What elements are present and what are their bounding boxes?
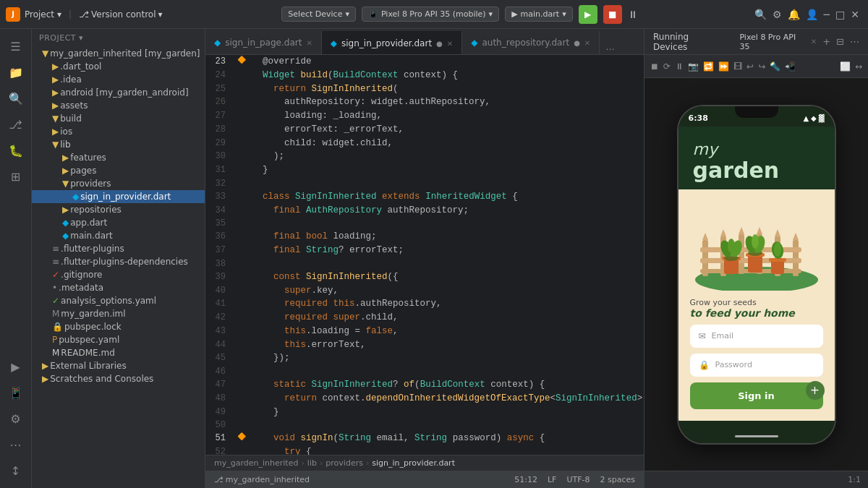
- scratches-icon: ▶: [42, 374, 48, 384]
- search-icon[interactable]: 🔍: [754, 9, 767, 20]
- settings-icon[interactable]: ⚙: [773, 9, 782, 20]
- tab-auth-repository[interactable]: ◆ auth_repository.dart ● ✕: [462, 31, 600, 54]
- breadcrumb-sep-3: ›: [366, 458, 369, 468]
- minimize-icon[interactable]: ─: [824, 9, 830, 20]
- phone-password-input[interactable]: 🔒 Password: [690, 354, 823, 377]
- activity-icon-bottom[interactable]: ↕: [4, 459, 27, 482]
- svg-marker-13: [757, 227, 762, 234]
- tab-sign-in-provider[interactable]: ◆ sign_in_provider.dart ● ✕: [322, 31, 462, 54]
- tab-sign-in-page[interactable]: ◆ sign_in_page.dart ✕: [205, 31, 322, 54]
- encoding-selector[interactable]: UTF-8: [566, 475, 590, 484]
- dtb-rotate-icon[interactable]: 🔁: [703, 61, 714, 72]
- tree-item-root[interactable]: ▼ my_garden_inherited [my_garden]: [32, 47, 205, 60]
- select-device-dropdown[interactable]: Select Device ▾: [281, 7, 356, 22]
- run-button[interactable]: ▶: [579, 5, 597, 24]
- editor-area: ◆ sign_in_page.dart ✕ ◆ sign_in_provider…: [205, 29, 644, 488]
- tree-item-readme[interactable]: M README.md: [32, 346, 205, 359]
- tabs-overflow-icon[interactable]: ⋯: [600, 44, 620, 54]
- pixel-device-selector[interactable]: 📱 Pixel 8 Pro API 35 (mobile) ▾: [362, 7, 499, 22]
- dtb-install-icon[interactable]: 📲: [785, 61, 796, 72]
- dart-file-icon: ◆: [72, 192, 79, 202]
- tab-close-2[interactable]: ✕: [447, 40, 453, 48]
- dtb-zoom-icon[interactable]: ⬜: [840, 61, 851, 72]
- dtb-forward-icon[interactable]: ⏩: [718, 61, 729, 72]
- main-dart-selector[interactable]: ▶ main.dart ▾: [505, 7, 573, 22]
- tree-item-pubspec-lock[interactable]: 🔒 pubspec.lock: [32, 320, 205, 333]
- tree-item-repositories[interactable]: ▶ repositories: [32, 203, 205, 216]
- line-ending-selector[interactable]: LF: [548, 475, 556, 484]
- dtb-film-icon[interactable]: 🎞: [733, 61, 742, 72]
- dtb-torch-icon[interactable]: 🔦: [770, 61, 780, 72]
- dtb-side-icon[interactable]: ↔: [855, 61, 862, 72]
- pause-button[interactable]: ⏸: [628, 9, 638, 20]
- account-icon[interactable]: 👤: [806, 9, 818, 20]
- dtb-back-icon[interactable]: ↩: [746, 61, 754, 72]
- dtb-screenshot-icon[interactable]: 📷: [688, 61, 699, 72]
- tree-item-sign-in-provider[interactable]: ◆ sign_in_provider.dart: [32, 190, 205, 203]
- activity-icon-device[interactable]: 📱: [4, 381, 27, 404]
- phone-fab-button[interactable]: +: [806, 381, 825, 400]
- tree-item-scratches[interactable]: ▶ Scratches and Consoles: [32, 372, 205, 385]
- readme-icon: M: [52, 348, 59, 358]
- tree-item-analysis[interactable]: ✓ analysis_options.yaml: [32, 294, 205, 307]
- tree-item-metadata[interactable]: • .metadata: [32, 281, 205, 294]
- code-editor[interactable]: 23 🔶 @override 24 Widget build(BuildCont…: [205, 55, 644, 455]
- rd-add-icon[interactable]: +: [822, 36, 830, 47]
- tree-item-android[interactable]: ▶ android [my_garden_android]: [32, 86, 205, 99]
- pixel-tab-close-icon[interactable]: ✕: [811, 38, 817, 46]
- tabs-bar: ◆ sign_in_page.dart ✕ ◆ sign_in_provider…: [205, 29, 644, 55]
- tree-item-pubspec-yaml[interactable]: P pubspec.yaml: [32, 333, 205, 346]
- activity-icon-extensions[interactable]: ⊞: [4, 165, 27, 188]
- tree-item-flutter-plugins-dep[interactable]: ≡ .flutter-plugins-dependencies: [32, 255, 205, 268]
- activity-icon-run[interactable]: ▶: [4, 355, 27, 378]
- tree-item-idea[interactable]: ▶ .idea: [32, 73, 205, 86]
- tree-item-providers[interactable]: ▼ providers: [32, 177, 205, 190]
- tab-dart-icon3: ◆: [471, 38, 477, 48]
- activity-icon-menu[interactable]: ☰: [4, 35, 27, 58]
- cursor-position[interactable]: 51:12: [514, 475, 537, 484]
- close-icon[interactable]: ✕: [851, 9, 859, 20]
- tree-item-gitignore[interactable]: ✓ .gitignore: [32, 268, 205, 281]
- stop-button[interactable]: ■: [603, 5, 622, 24]
- tree-item-ios[interactable]: ▶ ios: [32, 125, 205, 138]
- git-branch-indicator[interactable]: ⎇ my_garden_inherited: [214, 475, 310, 484]
- dtb-redo-icon[interactable]: ↪: [758, 61, 765, 72]
- pixel-device-tab[interactable]: Pixel 8 Pro API 35 ✕: [739, 33, 817, 51]
- tree-header[interactable]: Project ▾: [32, 29, 205, 47]
- activity-icon-settings2[interactable]: ⚙: [4, 407, 27, 430]
- tab-dart-icon1: ◆: [214, 38, 221, 48]
- tree-item-features[interactable]: ▶ features: [32, 151, 205, 164]
- tab-close-3[interactable]: ✕: [584, 39, 590, 47]
- version-control-selector[interactable]: ⎇ Version control ▾: [79, 9, 162, 20]
- tree-item-dart-tool[interactable]: ▶ .dart_tool: [32, 60, 205, 73]
- tree-item-assets[interactable]: ▶ assets: [32, 99, 205, 112]
- rd-settings-icon[interactable]: ⊟: [836, 36, 844, 47]
- tree-item-lib[interactable]: ▼ lib: [32, 138, 205, 151]
- tree-item-app-dart[interactable]: ◆ app.dart: [32, 216, 205, 229]
- device-panel-status: 1:1: [644, 471, 868, 488]
- project-selector[interactable]: Project ▾: [25, 9, 61, 20]
- tree-item-main-dart[interactable]: ◆ main.dart: [32, 229, 205, 242]
- dtb-stop-icon[interactable]: ⏹: [650, 61, 659, 72]
- phone-email-input[interactable]: ✉ Email: [690, 325, 823, 348]
- tree-item-my-garden-iml[interactable]: M my_garden.iml: [32, 307, 205, 320]
- tree-item-external-libs[interactable]: ▶ External Libraries: [32, 359, 205, 372]
- tree-item-pages[interactable]: ▶ pages: [32, 164, 205, 177]
- tab-close-1[interactable]: ✕: [306, 39, 312, 47]
- tree-item-build[interactable]: ▼ build: [32, 112, 205, 125]
- activity-icon-more[interactable]: ⋯: [4, 433, 27, 456]
- activity-icon-files[interactable]: 📁: [4, 61, 27, 84]
- phone-signin-button[interactable]: Sign in: [690, 382, 823, 409]
- activity-icon-debug[interactable]: 🐛: [4, 139, 27, 162]
- indent-selector[interactable]: 2 spaces: [600, 475, 636, 484]
- activity-icon-search[interactable]: 🔍: [4, 87, 27, 110]
- rd-more-icon[interactable]: ⋯: [850, 36, 859, 47]
- dtb-restart-icon[interactable]: ⟳: [663, 61, 671, 72]
- top-bar-center: Select Device ▾ 📱 Pixel 8 Pro API 35 (mo…: [174, 5, 746, 24]
- restore-icon[interactable]: □: [835, 9, 845, 20]
- notifications-icon[interactable]: 🔔: [788, 9, 800, 20]
- activity-icon-git[interactable]: ⎇: [4, 113, 27, 136]
- dtb-pause-icon[interactable]: ⏸: [675, 61, 684, 72]
- code-line-44: 44 this.errorText,: [205, 338, 644, 352]
- tree-item-flutter-plugins[interactable]: ≡ .flutter-plugins: [32, 242, 205, 255]
